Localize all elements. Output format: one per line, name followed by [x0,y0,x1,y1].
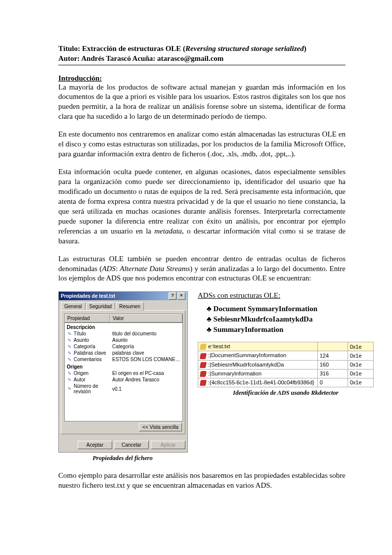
title-label: Título: [58,45,82,52]
property-name: Comentarios [74,357,112,362]
tab-seguridad[interactable]: Seguridad [86,302,116,311]
aceptar-button[interactable]: Aceptar [78,441,112,449]
col-header-property[interactable]: Propiedad [65,314,110,323]
title-line: Título: Extracción de estructuras OLE (R… [58,44,346,53]
property-row[interactable]: ✎ComentariosESTOS SON LOS COMANETARIOS S… [65,356,182,363]
title-subtitle: Reversing structured storage serialized [185,45,304,52]
ads-code-cell: 0x1e [348,369,373,378]
intro-heading: Introducción: [58,74,346,83]
document-header: Título: Extracción de estructuras OLE (R… [58,44,346,65]
property-row[interactable]: ✎OrigenEl origen es el PC-casa [65,370,182,376]
property-value: Autor Andres Tarasco [112,377,180,382]
edit-icon: ✎ [67,344,73,349]
stream-icon [200,371,207,377]
col-header-value[interactable]: Valor [110,314,182,323]
edit-icon: ✎ [67,371,73,376]
help-button[interactable]: ? [169,292,176,300]
edit-icon: ✎ [67,357,73,362]
aplicar-button[interactable]: Aplicar [151,441,185,449]
table-row[interactable]: :|SebiesnrMkudrfcoIaamtykdDa1600x1e [198,360,374,369]
property-row[interactable]: ✎CategoríaCategoría [65,343,182,350]
property-value: Categoría [112,344,180,349]
section-name: Descripción [67,324,105,330]
document-page: Título: Extracción de estructuras OLE (R… [0,0,392,528]
property-row[interactable]: ✎AsuntoAsunto [65,337,182,343]
property-name: Número de revisión [74,383,112,394]
right-column: ADSs con estructuras OLE: ♣ Document Sym… [198,291,374,396]
paragraph-5: Como ejemplo para desarrollar este análi… [58,471,346,491]
table-row[interactable]: :{4c8cc155-6c1e-11d1-8e41-00c04fb9386d}0… [198,378,374,387]
property-name: Origen [74,370,112,376]
property-body[interactable]: Descripción✎Títulotitulo del documento✎A… [65,323,182,421]
edit-icon: ✎ [67,331,73,336]
ads-size-cell: 160 [317,360,348,369]
stream-icon [200,353,207,359]
property-name: Título [74,331,112,336]
property-value: v0.1 [112,386,180,392]
stream-icon [200,380,207,386]
ads-size-cell: 124 [317,351,348,360]
ads-code-cell: 0x1e [348,342,373,351]
file-icon [200,344,207,350]
property-row[interactable]: ✎Títulotitulo del documento [65,330,182,337]
paragraph-1: La mayoría de los productos de software … [58,83,346,122]
ads-item: ♣ Document SymmaryInformation [207,304,374,314]
ads-size-cell [317,342,348,351]
property-section: Origen [65,363,182,370]
property-section: Descripción [65,323,182,330]
ads-code-cell: 0x1e [348,360,373,369]
edit-icon: ✎ [67,377,73,382]
cancelar-button[interactable]: Cancelar [114,441,149,449]
two-column-section: Propiedades de test.txt ? × General Segu… [58,291,346,462]
edit-icon: ✎ [67,351,73,356]
tab-general[interactable]: General [61,302,86,311]
ads-item: ♣ SebiesnrMkudrfcoIaamtykdDa [207,314,374,324]
dialog-title: Propiedades de test.txt [61,293,115,299]
edit-icon: ✎ [67,338,73,343]
table-row[interactable]: :|SummaryInformation3160x1e [198,369,374,378]
tab-resumen[interactable]: Resumen [116,302,144,311]
dialog-button-bar: Aceptar Cancelar Aplicar [59,438,187,452]
ads-path-cell: :|DocumentSummaryInformation [198,351,318,360]
title-close: ) [304,45,306,52]
ads-size-cell: 316 [317,369,348,378]
ads-item: ♣ SummaryInformation [207,324,374,335]
paragraph-4: Las estructuras OLE también se pueden en… [58,254,346,284]
left-column: Propiedades de test.txt ? × General Segu… [58,291,187,462]
property-value: palabras clave [112,350,180,356]
table-row[interactable]: e:\test.txt0x1e [198,342,374,351]
ads-path-cell: :|SebiesnrMkudrfcoIaamtykdDa [198,360,318,369]
property-table: Propiedad Valor Descripción✎Títulotitulo… [64,314,183,421]
property-header: Propiedad Valor [65,314,182,323]
property-value: Asunto [112,337,180,343]
property-name: Asunto [74,337,112,343]
section-name: Origen [67,364,105,370]
rkdetector-table: e:\test.txt0x1e:|DocumentSummaryInformat… [198,342,374,387]
property-row[interactable]: ✎Palabras clavepalabras clave [65,350,182,356]
ads-code-cell: 0x1e [348,351,373,360]
author-line: Autor: Andrés Tarascó Acuña: atarasco@gm… [58,53,346,63]
property-value: ESTOS SON LOS COMANETARIOS S... [112,357,180,362]
dialog-titlebar[interactable]: Propiedades de test.txt ? × [59,292,187,300]
table-row[interactable]: :|DocumentSummaryInformation1240x1e [198,351,374,360]
vista-sencilla-button[interactable]: << Vista sencilla [139,423,182,431]
ads-path-cell: :|SummaryInformation [198,369,318,378]
edit-icon: ✎ [67,386,73,391]
ads-path-cell: :{4c8cc155-6c1e-11d1-8e41-00c04fb9386d} [198,378,318,387]
property-row[interactable]: ✎AutorAutor Andres Tarasco [65,376,182,383]
paragraph-2: En este documento nos centraremos en ana… [58,130,346,159]
property-name: Categoría [74,344,112,349]
property-value: El origen es el PC-casa [112,370,180,376]
paragraph-3: Esta información oculta puede contener, … [58,167,346,246]
property-row[interactable]: ✎Número de revisiónv0.1 [65,383,182,395]
p4-em2: Alternate Data Streams [120,265,190,273]
close-button[interactable]: × [177,292,185,300]
dialog-caption: Propiedades del fichero [58,455,187,462]
title-main: Extracción de estructuras OLE ( [82,45,185,52]
ads-list: ♣ Document SymmaryInformation ♣ Sebiesnr… [207,304,374,335]
ads-size-cell: 0 [317,378,348,387]
property-value: titulo del documento [112,331,180,336]
ads-code-cell: 0x1e [348,378,373,387]
p3-a: Esta información oculta puede contener, … [58,168,346,235]
p4-em1: ADS [102,265,116,273]
